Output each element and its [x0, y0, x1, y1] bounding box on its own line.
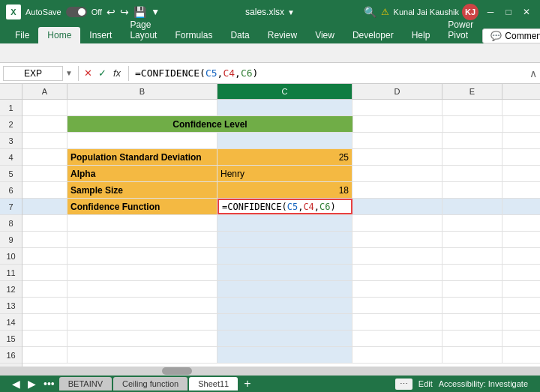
cell-e3[interactable] [442, 133, 502, 148]
cell-c14[interactable] [218, 314, 352, 330]
tab-formulas[interactable]: Formulas [166, 27, 221, 43]
tab-file[interactable]: File [6, 27, 38, 43]
cell-d6[interactable] [352, 182, 442, 198]
cell-a7[interactable] [22, 199, 68, 214]
sheet-nav-next[interactable]: ▶ [25, 378, 39, 390]
cell-d5[interactable] [352, 166, 442, 181]
cell-e4[interactable] [442, 149, 502, 165]
cell-b15[interactable] [68, 331, 218, 346]
cell-a15[interactable] [22, 331, 68, 346]
tab-home[interactable]: Home [38, 27, 80, 43]
cell-c9[interactable] [218, 232, 352, 247]
formula-expand-button[interactable]: ∧ [530, 67, 537, 79]
cell-a1[interactable] [22, 100, 68, 115]
cell-d7[interactable] [352, 199, 442, 214]
cell-a6[interactable] [22, 182, 68, 198]
col-header-d[interactable]: D [352, 84, 442, 99]
col-header-b[interactable]: B [68, 84, 218, 99]
cell-a3[interactable] [22, 133, 68, 148]
row-num-14[interactable]: 14 [0, 314, 22, 331]
cell-a12[interactable] [22, 281, 68, 297]
cell-b2[interactable]: Confidence Level [68, 116, 352, 132]
cell-b14[interactable] [68, 314, 218, 330]
row-num-6[interactable]: 6 [0, 182, 22, 199]
row-num-12[interactable]: 12 [0, 281, 22, 298]
cell-c13[interactable] [218, 298, 352, 313]
cell-e9[interactable] [442, 232, 502, 247]
sheet-tab-ceiling[interactable]: Ceiling function [113, 377, 188, 391]
cell-e14[interactable] [442, 314, 502, 330]
col-header-e[interactable]: E [442, 84, 502, 99]
cell-e2[interactable] [443, 116, 503, 132]
close-button[interactable]: ✕ [519, 4, 534, 19]
cell-a9[interactable] [22, 232, 68, 247]
cell-e8[interactable] [442, 215, 502, 231]
cell-b7[interactable]: Confidence Function [68, 199, 218, 214]
cell-a16[interactable] [22, 347, 68, 363]
more-options-button[interactable]: ⋯ [395, 379, 412, 390]
tab-power-pivot[interactable]: Power Pivot [439, 16, 482, 43]
cell-a13[interactable] [22, 298, 68, 313]
cell-b12[interactable] [68, 281, 218, 297]
cell-c10[interactable] [218, 248, 352, 264]
tab-page-layout[interactable]: Page Layout [121, 16, 166, 43]
cell-b11[interactable] [68, 265, 218, 280]
tab-data[interactable]: Data [221, 27, 258, 43]
cell-d11[interactable] [352, 265, 442, 280]
more-icon[interactable]: ▼ [151, 7, 160, 17]
name-box[interactable] [3, 66, 63, 81]
cell-d4[interactable] [352, 149, 442, 165]
row-num-8[interactable]: 8 [0, 215, 22, 232]
cell-d14[interactable] [352, 314, 442, 330]
cell-c6[interactable]: 18 [218, 182, 352, 198]
row-num-2[interactable]: 2 [0, 116, 22, 133]
col-header-c[interactable]: C [218, 84, 352, 99]
cell-c15[interactable] [218, 331, 352, 346]
cell-c5[interactable]: Henry [218, 166, 352, 181]
scroll-thumb-h[interactable] [162, 367, 192, 375]
sheet-tab-sheet11[interactable]: Sheet11 [189, 377, 238, 391]
cell-e11[interactable] [442, 265, 502, 280]
add-sheet-button[interactable]: + [239, 377, 255, 391]
minimize-button[interactable]: ─ [483, 4, 498, 19]
cell-d16[interactable] [352, 347, 442, 363]
cell-a10[interactable] [22, 248, 68, 264]
cell-a4[interactable] [22, 149, 68, 165]
cell-b13[interactable] [68, 298, 218, 313]
cell-c12[interactable] [218, 281, 352, 297]
cell-b16[interactable] [68, 347, 218, 363]
cell-d13[interactable] [352, 298, 442, 313]
cell-e15[interactable] [442, 331, 502, 346]
tab-help[interactable]: Help [403, 27, 440, 43]
row-num-9[interactable]: 9 [0, 232, 22, 248]
row-num-10[interactable]: 10 [0, 248, 22, 265]
cell-c3[interactable] [218, 133, 352, 148]
row-num-7[interactable]: 7 [0, 199, 22, 215]
cell-c16[interactable] [218, 347, 352, 363]
cell-d2[interactable] [353, 116, 443, 132]
cell-c7[interactable]: =CONFIDENCE(C5,C4,C6) [218, 199, 352, 214]
cell-b8[interactable] [68, 215, 218, 231]
cell-d9[interactable] [352, 232, 442, 247]
cell-b9[interactable] [68, 232, 218, 247]
row-num-1[interactable]: 1 [0, 100, 22, 116]
more-sheets-button[interactable]: ••• [40, 378, 58, 390]
cell-d3[interactable] [352, 133, 442, 148]
cell-d8[interactable] [352, 215, 442, 231]
cell-e12[interactable] [442, 281, 502, 297]
cell-b5[interactable]: Alpha [68, 166, 218, 181]
horizontal-scrollbar[interactable] [0, 367, 540, 376]
cell-a2[interactable] [22, 116, 68, 132]
cell-a14[interactable] [22, 314, 68, 330]
sheet-tab-betainv[interactable]: BETAINV [59, 377, 112, 391]
row-num-15[interactable]: 15 [0, 331, 22, 347]
cell-b3[interactable] [68, 133, 218, 148]
comments-button[interactable]: 💬 Comments [482, 28, 540, 43]
cell-e5[interactable] [442, 166, 502, 181]
cell-b4[interactable]: Population Standard Deviation [68, 149, 218, 165]
cell-e10[interactable] [442, 248, 502, 264]
cell-c8[interactable] [218, 215, 352, 231]
row-num-5[interactable]: 5 [0, 166, 22, 182]
row-num-11[interactable]: 11 [0, 265, 22, 281]
cell-c11[interactable] [218, 265, 352, 280]
